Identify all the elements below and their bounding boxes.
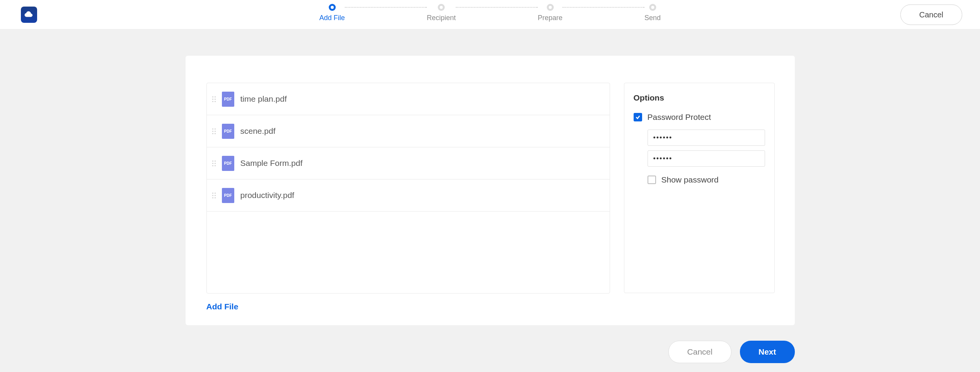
- add-file-button[interactable]: Add File: [206, 302, 239, 311]
- step-label: Add File: [319, 14, 345, 22]
- options-panel: Options Password Protect Show password: [624, 83, 775, 293]
- step-label: Send: [644, 14, 661, 22]
- drag-handle-icon[interactable]: [212, 193, 216, 198]
- footer-buttons: Cancel Next: [186, 341, 795, 363]
- pdf-icon: PDF: [222, 124, 234, 139]
- password-field[interactable]: [648, 130, 765, 146]
- main-card: PDF time plan.pdf PDF scene.pdf: [186, 56, 795, 325]
- password-inputs: [648, 130, 765, 167]
- drag-handle-icon[interactable]: [212, 128, 216, 134]
- file-list: PDF time plan.pdf PDF scene.pdf: [206, 83, 610, 294]
- options-title: Options: [634, 93, 765, 102]
- password-protect-row[interactable]: Password Protect: [634, 113, 765, 122]
- step-connector: [456, 7, 538, 8]
- step-connector: [562, 7, 644, 8]
- step-connector: [345, 7, 427, 8]
- show-password-checkbox[interactable]: [648, 176, 656, 184]
- drag-handle-icon[interactable]: [212, 160, 216, 166]
- step-add-file[interactable]: Add File: [319, 4, 345, 22]
- files-column: PDF time plan.pdf PDF scene.pdf: [206, 83, 610, 311]
- show-password-label: Show password: [661, 175, 719, 184]
- password-protect-checkbox[interactable]: [634, 113, 642, 121]
- step-prepare[interactable]: Prepare: [538, 4, 562, 22]
- header-cancel-button[interactable]: Cancel: [900, 4, 962, 25]
- file-name: productivity.pdf: [240, 191, 295, 200]
- show-password-row[interactable]: Show password: [648, 175, 765, 184]
- step-recipient[interactable]: Recipient: [427, 4, 456, 22]
- progress-stepper: Add File Recipient Prepare Send: [319, 4, 661, 22]
- file-row[interactable]: PDF productivity.pdf: [207, 179, 610, 212]
- check-icon: [635, 114, 641, 120]
- step-dot-active: [329, 4, 336, 11]
- step-label: Prepare: [538, 14, 562, 22]
- drag-handle-icon[interactable]: [212, 96, 216, 102]
- top-bar: Add File Recipient Prepare Send Cancel: [0, 0, 980, 29]
- cancel-button[interactable]: Cancel: [668, 341, 731, 363]
- cloud-icon: [24, 11, 34, 19]
- step-label: Recipient: [427, 14, 456, 22]
- app-logo: [21, 7, 37, 23]
- pdf-icon: PDF: [222, 188, 234, 203]
- pdf-icon: PDF: [222, 92, 234, 107]
- file-row[interactable]: PDF scene.pdf: [207, 115, 610, 147]
- file-row[interactable]: PDF time plan.pdf: [207, 83, 610, 115]
- file-name: Sample Form.pdf: [240, 159, 303, 168]
- step-dot-inactive: [438, 4, 445, 11]
- file-name: scene.pdf: [240, 126, 276, 136]
- step-dot-inactive: [649, 4, 656, 11]
- next-button[interactable]: Next: [740, 341, 795, 363]
- confirm-password-field[interactable]: [648, 150, 765, 167]
- file-name: time plan.pdf: [240, 94, 287, 104]
- work-area: PDF time plan.pdf PDF scene.pdf: [0, 29, 980, 363]
- step-dot-inactive: [547, 4, 554, 11]
- pdf-icon: PDF: [222, 156, 234, 171]
- step-send[interactable]: Send: [644, 4, 661, 22]
- file-row[interactable]: PDF Sample Form.pdf: [207, 147, 610, 179]
- password-protect-label: Password Protect: [648, 113, 711, 122]
